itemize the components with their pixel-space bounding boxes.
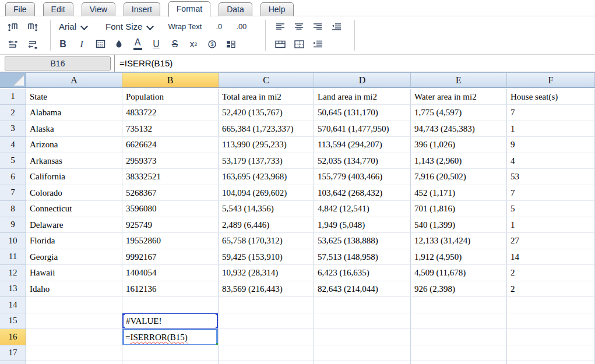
cell-c14[interactable] bbox=[219, 297, 314, 313]
underline-button[interactable]: U bbox=[149, 37, 164, 52]
superscript-button[interactable]: x2 bbox=[186, 37, 201, 52]
cell-e15[interactable] bbox=[411, 313, 507, 330]
currency-format-button[interactable]: $ bbox=[205, 37, 220, 52]
cell-c6[interactable]: 163,695 (423,968) bbox=[219, 169, 314, 185]
cell-b4[interactable]: 6626624 bbox=[122, 137, 219, 153]
strikethrough-button[interactable]: S bbox=[167, 37, 182, 52]
cell-d8[interactable]: 4,842 (12,541) bbox=[314, 201, 411, 217]
cell-e8[interactable]: 701 (1,816) bbox=[411, 201, 507, 217]
cell-f1[interactable]: House seat(s) bbox=[507, 89, 595, 105]
tab-data[interactable]: Data bbox=[219, 2, 252, 16]
column-header-e[interactable]: E bbox=[411, 73, 507, 88]
cell-e9[interactable]: 540 (1,399) bbox=[411, 217, 507, 234]
cell-d4[interactable]: 113,594 (294,207) bbox=[314, 137, 411, 153]
cell-c12[interactable]: 10,932 (28,314) bbox=[219, 265, 314, 281]
cell-d2[interactable]: 50,645 (131,170) bbox=[314, 105, 411, 121]
cell-d6[interactable]: 155,779 (403,466) bbox=[314, 169, 411, 185]
cell-f11[interactable]: 14 bbox=[507, 249, 595, 266]
cell-f15[interactable] bbox=[507, 313, 595, 330]
insert-column-after-button[interactable] bbox=[25, 19, 40, 34]
cell-e16[interactable] bbox=[411, 329, 507, 345]
cell-reference-box[interactable]: B16 bbox=[5, 56, 111, 70]
insert-row-after-button[interactable] bbox=[25, 37, 40, 52]
font-family-dropdown[interactable]: Arial bbox=[59, 22, 87, 31]
decrease-decimal-button[interactable]: .0 bbox=[216, 22, 222, 31]
cell-a6[interactable]: California bbox=[26, 169, 122, 185]
cell-d17[interactable] bbox=[314, 345, 411, 362]
align-center-button[interactable] bbox=[291, 19, 307, 34]
insert-row-before-button[interactable] bbox=[5, 37, 20, 52]
cell-b6[interactable]: 38332521 bbox=[122, 169, 219, 185]
cell-b15-error[interactable]: #VALUE! bbox=[122, 313, 219, 330]
formula-input[interactable]: =ISERR(B15) bbox=[115, 58, 595, 68]
cell-f7[interactable]: 7 bbox=[507, 185, 595, 202]
tab-help[interactable]: Help bbox=[260, 2, 294, 16]
cell-a5[interactable]: Arkansas bbox=[26, 153, 122, 169]
cell-d10[interactable]: 53,625 (138,888) bbox=[314, 233, 411, 249]
cell-c16[interactable] bbox=[219, 329, 314, 345]
cell-b14[interactable] bbox=[122, 297, 219, 313]
cell-e5[interactable]: 1,143 (2,960) bbox=[411, 153, 507, 169]
cell-a4[interactable]: Arizona bbox=[26, 137, 122, 153]
select-all-corner[interactable] bbox=[0, 73, 26, 88]
cell-f10[interactable]: 27 bbox=[507, 233, 595, 249]
tab-format[interactable]: Format bbox=[168, 1, 210, 17]
cell-c5[interactable]: 53,179 (137,733) bbox=[219, 153, 314, 169]
cell-c1[interactable]: Total area in mi2 bbox=[219, 89, 314, 105]
cell-d3[interactable]: 570,641 (1,477,950) bbox=[314, 121, 411, 137]
cell-d1[interactable]: Land area in mi2 bbox=[314, 89, 411, 105]
row-header-8[interactable]: 8 bbox=[0, 201, 26, 217]
cell-a12[interactable]: Hawaii bbox=[26, 265, 122, 281]
all-borders-button[interactable] bbox=[291, 37, 307, 52]
borders-button[interactable] bbox=[93, 37, 108, 52]
cell-f4[interactable]: 9 bbox=[507, 137, 595, 153]
tab-view[interactable]: View bbox=[82, 2, 115, 16]
cell-a2[interactable]: Alabama bbox=[26, 105, 122, 121]
cell-b7[interactable]: 5268367 bbox=[122, 185, 219, 202]
column-header-a[interactable]: A bbox=[26, 73, 122, 88]
cell-d11[interactable]: 57,513 (148,958) bbox=[314, 249, 411, 266]
cell-a1[interactable]: State bbox=[26, 89, 122, 105]
cell-d14[interactable] bbox=[314, 297, 411, 313]
cell-e3[interactable]: 94,743 (245,383) bbox=[411, 121, 507, 137]
row-header-15[interactable]: 15 bbox=[0, 313, 26, 330]
cell-e7[interactable]: 452 (1,171) bbox=[411, 185, 507, 202]
cell-d7[interactable]: 103,642 (268,432) bbox=[314, 185, 411, 202]
cell-a17[interactable] bbox=[26, 345, 122, 362]
cell-c17[interactable] bbox=[219, 345, 314, 362]
cell-a15[interactable] bbox=[26, 313, 122, 330]
cell-e14[interactable] bbox=[411, 297, 507, 313]
align-right-button[interactable] bbox=[310, 19, 325, 34]
cell-f8[interactable]: 5 bbox=[507, 201, 595, 217]
cell-a13[interactable]: Idaho bbox=[26, 281, 122, 298]
italic-button[interactable]: I bbox=[74, 37, 89, 52]
cell-e17[interactable] bbox=[411, 345, 507, 362]
row-header-11[interactable]: 11 bbox=[0, 249, 26, 266]
cell-c15[interactable] bbox=[219, 313, 314, 330]
cell-b8[interactable]: 3596080 bbox=[122, 201, 219, 217]
cell-b16-editing[interactable]: =ISERROR(B15) bbox=[122, 329, 219, 345]
cell-f6[interactable]: 53 bbox=[507, 169, 595, 185]
cell-e6[interactable]: 7,916 (20,502) bbox=[411, 169, 507, 185]
cell-c3[interactable]: 665,384 (1,723,337) bbox=[219, 121, 314, 137]
row-header-18-partial[interactable] bbox=[0, 361, 26, 364]
cell-b17[interactable] bbox=[122, 345, 219, 362]
cell-c7[interactable]: 104,094 (269,602) bbox=[219, 185, 314, 202]
column-header-b[interactable]: B bbox=[122, 73, 219, 88]
cell-a3[interactable]: Alaska bbox=[26, 121, 122, 137]
cell-b5[interactable]: 2959373 bbox=[122, 153, 219, 169]
cell-e12[interactable]: 4,509 (11,678) bbox=[411, 265, 507, 281]
cell-e10[interactable]: 12,133 (31,424) bbox=[411, 233, 507, 249]
cell-b3[interactable]: 735132 bbox=[122, 121, 219, 137]
cell-b13[interactable]: 1612136 bbox=[122, 281, 219, 298]
cell-d18[interactable] bbox=[314, 361, 411, 364]
column-header-c[interactable]: C bbox=[219, 73, 314, 88]
cell-d13[interactable]: 82,643 (214,044) bbox=[314, 281, 411, 298]
cell-f2[interactable]: 7 bbox=[507, 105, 595, 121]
row-header-5[interactable]: 5 bbox=[0, 153, 26, 169]
cell-c2[interactable]: 52,420 (135,767) bbox=[219, 105, 314, 121]
cell-a11[interactable]: Georgia bbox=[26, 249, 122, 266]
row-header-2[interactable]: 2 bbox=[0, 105, 26, 121]
cell-f12[interactable]: 2 bbox=[507, 265, 595, 281]
cell-b10[interactable]: 19552860 bbox=[122, 233, 219, 249]
